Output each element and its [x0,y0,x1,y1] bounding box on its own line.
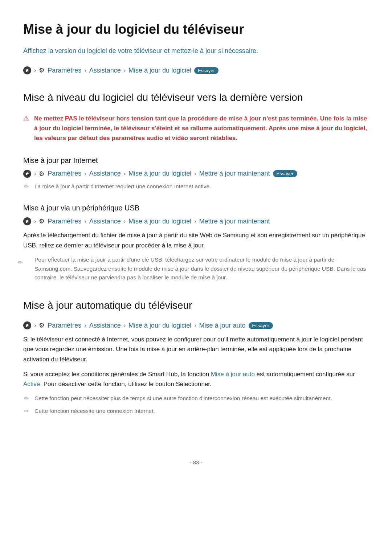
chevron-right-icon: › [124,322,126,329]
home-icon [23,321,31,329]
breadcrumb-maj-logiciel[interactable]: Mise à jour du logiciel [128,322,191,329]
breadcrumb-assistance[interactable]: Assistance [89,322,121,329]
chevron-right-icon: › [124,171,126,177]
chevron-right-icon: › [84,218,86,225]
gear-icon: ⚙ [39,321,45,329]
subheading-internet: Mise à jour par Internet [23,156,369,165]
pencil-icon: ✎ [23,394,32,403]
page-number: - 83 - [23,459,369,465]
breadcrumb-parametres[interactable]: Paramètres [48,322,81,329]
chevron-right-icon: › [194,322,196,329]
breadcrumb-parametres[interactable]: Paramètres [48,170,81,177]
subheading-usb: Mise à jour via un périphérique USB [23,204,369,212]
breadcrumb-assistance[interactable]: Assistance [89,218,121,225]
chevron-right-icon: › [34,67,36,74]
chevron-right-icon: › [194,218,196,225]
gear-icon: ⚙ [39,170,45,178]
chevron-right-icon: › [34,218,36,225]
chevron-right-icon: › [124,218,126,225]
section-heading-upgrade: Mise à niveau du logiciel du téléviseur … [23,92,369,103]
breadcrumb: › ⚙ Paramètres › Assistance › Mise à jou… [23,66,369,74]
note-text: Pour effectuer la mise à jouir à partir … [34,255,369,282]
chevron-right-icon: › [34,322,36,329]
warning-text: Ne mettez PAS le téléviseur hors tension… [34,114,369,143]
note-block: ✎ Pour effectuer la mise à jouir à parti… [23,255,369,282]
note-text: Cette fonction nécessite une connexion I… [34,407,155,416]
home-icon [23,66,31,74]
chevron-right-icon: › [124,67,126,74]
chevron-right-icon: › [84,171,86,177]
warning-icon: ⚠ [23,114,29,143]
auto-paragraph-2: Si vous acceptez les conditions générale… [23,369,369,389]
gear-icon: ⚙ [39,66,45,74]
inline-link-active[interactable]: Activé [23,381,40,387]
try-badge[interactable]: Essayer [194,67,219,74]
breadcrumb-maj-logiciel[interactable]: Mise à jour du logiciel [128,170,191,177]
auto-paragraph-1: Si le téléviseur est connecté à Internet… [23,335,369,364]
auto-p2-text-b: est automatiquement configurée sur [255,371,355,378]
auto-p2-text-a: Si vous acceptez les conditions générale… [23,371,211,378]
breadcrumb-maj-logiciel[interactable]: Mise à jour du logiciel [128,67,191,74]
document-page: Mise à jour du logiciel du téléviseur Af… [0,0,392,480]
breadcrumb: › ⚙ Paramètres › Assistance › Mise à jou… [23,217,369,225]
note-block: ✎ Cette fonction peut nécessiter plus de… [23,394,369,403]
chevron-right-icon: › [34,171,36,177]
breadcrumb-parametres[interactable]: Paramètres [48,67,81,74]
home-icon [23,170,31,178]
breadcrumb-assistance[interactable]: Assistance [89,170,121,177]
chevron-right-icon: › [84,67,86,74]
pencil-icon: ✎ [23,182,32,191]
page-title: Mise à jour du logiciel du téléviseur [23,22,369,37]
intro-text: Affichez la version du logiciel de votre… [23,47,369,55]
breadcrumb-maj-logiciel[interactable]: Mise à jour du logiciel [128,218,191,225]
warning-block: ⚠ Ne mettez PAS le téléviseur hors tensi… [23,114,369,143]
gear-icon: ⚙ [39,217,45,225]
note-text: Cette fonction peut nécessiter plus de t… [34,394,332,403]
section-heading-auto: Mise à jour automatique du téléviseur [23,300,369,311]
auto-p2-text-c: . Pour désactiver cette fonction, utilis… [40,381,212,387]
usb-body-text: Après le téléchargement du fichier de mi… [23,230,369,250]
breadcrumb-maj-auto[interactable]: Mise à jour auto [199,322,246,329]
home-icon [23,217,31,225]
breadcrumb-parametres[interactable]: Paramètres [48,218,81,225]
chevron-right-icon: › [194,171,196,177]
chevron-right-icon: › [84,322,86,329]
note-block: ✎ La mise à jour à partir d'Internet req… [23,182,369,191]
note-text: La mise à jour à partir d'Internet requi… [34,182,211,191]
breadcrumb: › ⚙ Paramètres › Assistance › Mise à jou… [23,321,369,329]
try-badge[interactable]: Essayer [273,170,297,177]
breadcrumb-mettre-a-jour[interactable]: Mettre à jour maintenant [199,218,270,225]
try-badge[interactable]: Essayer [249,322,273,329]
breadcrumb-mettre-a-jour[interactable]: Mettre à jour maintenant [199,170,270,177]
inline-link-maj-auto[interactable]: Mise à jour auto [211,371,255,378]
pencil-icon: ✎ [23,407,32,416]
breadcrumb-assistance[interactable]: Assistance [89,67,121,74]
breadcrumb: › ⚙ Paramètres › Assistance › Mise à jou… [23,170,369,178]
note-block: ✎ Cette fonction nécessite une connexion… [23,407,369,416]
